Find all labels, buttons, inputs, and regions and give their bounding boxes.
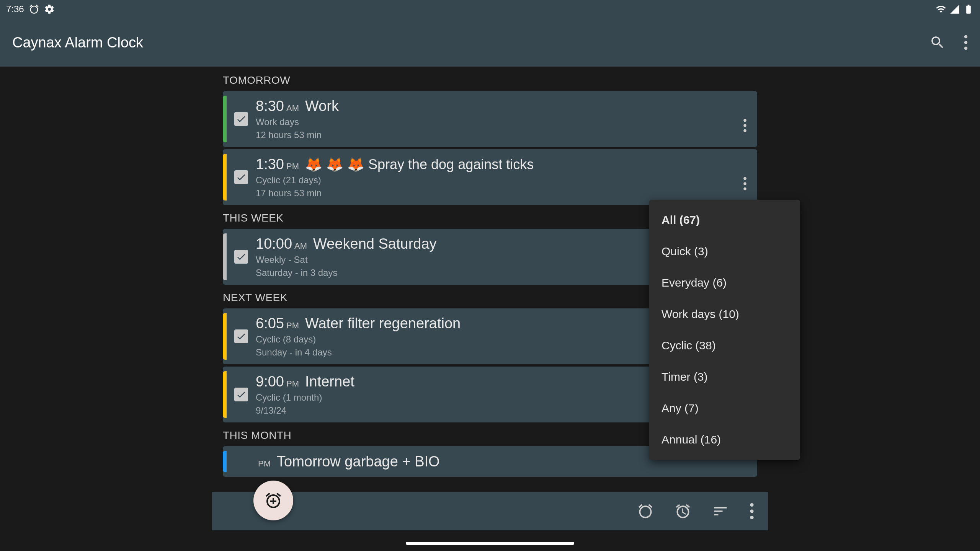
alarm-title: Tomorrow garbage + BIO	[277, 453, 440, 470]
alarm-time-suffix: PM	[286, 161, 299, 171]
alarm-title: Weekend Saturday	[313, 236, 437, 252]
stripe	[223, 233, 227, 280]
alarm-time: 6:05	[256, 315, 284, 332]
alarm-off-icon[interactable]	[637, 503, 654, 520]
signal-icon	[949, 4, 960, 15]
content: TOMORROW 8:30 AM Work Work days 12 hours…	[0, 67, 980, 551]
stripe	[223, 96, 227, 142]
alarm-meta: Cyclic (21 days)	[256, 175, 742, 186]
checkbox[interactable]	[234, 329, 248, 343]
wifi-icon	[936, 4, 946, 15]
status-bar: 7:36	[0, 0, 980, 18]
filter-item-cyclic[interactable]: Cyclic (38)	[649, 330, 800, 361]
bottom-bar	[212, 492, 768, 530]
alarm-time: 8:30	[256, 98, 284, 114]
alarm-meta: 17 hours 53 min	[256, 188, 742, 199]
alarm-time-suffix: AM	[294, 241, 307, 251]
add-alarm-fab[interactable]	[253, 481, 293, 520]
svg-point-20	[750, 516, 753, 519]
search-icon[interactable]	[929, 34, 946, 51]
alarm-time-suffix: PM	[286, 321, 299, 331]
svg-point-2	[964, 47, 967, 50]
card-more-icon[interactable]	[742, 177, 748, 191]
alarm-meta: Work days	[256, 117, 742, 127]
more-icon[interactable]	[964, 35, 968, 50]
alarm-time-suffix: PM	[286, 379, 299, 389]
filter-item-quick[interactable]: Quick (3)	[649, 236, 800, 267]
stripe	[223, 154, 227, 201]
alarm-time: 1:30	[256, 156, 284, 173]
svg-point-6	[743, 177, 746, 180]
alarm-card[interactable]: 8:30 AM Work Work days 12 hours 53 min	[223, 91, 757, 147]
alarm-card[interactable]: 1:30 PM 🦊 🦊 🦊 Spray the dog against tick…	[223, 149, 757, 205]
filter-item-timer[interactable]: Timer (3)	[649, 361, 800, 393]
filter-item-all[interactable]: All (67)	[649, 204, 800, 236]
svg-point-7	[743, 182, 746, 185]
filter-menu: All (67) Quick (3) Everyday (6) Work day…	[649, 200, 800, 460]
alarm-title: Water filter regeneration	[305, 315, 461, 332]
app-bar: Caynax Alarm Clock	[0, 18, 980, 67]
nav-handle[interactable]	[406, 542, 574, 545]
filter-item-annual[interactable]: Annual (16)	[649, 424, 800, 455]
filter-item-everyday[interactable]: Everyday (6)	[649, 267, 800, 298]
alarm-time: 9:00	[256, 373, 284, 390]
checkbox[interactable]	[234, 170, 248, 184]
app-title: Caynax Alarm Clock	[12, 34, 143, 51]
svg-point-1	[964, 41, 967, 44]
checkbox[interactable]	[234, 250, 248, 264]
alarm-on-icon[interactable]	[675, 503, 691, 520]
battery-icon	[963, 4, 974, 15]
alarm-title: 🦊 🦊 🦊 Spray the dog against ticks	[305, 156, 534, 173]
svg-point-8	[743, 187, 746, 191]
alarm-icon	[29, 4, 39, 15]
status-time: 7:36	[6, 4, 24, 15]
alarm-title: Internet	[305, 373, 354, 390]
stripe	[223, 451, 227, 472]
filter-item-any[interactable]: Any (7)	[649, 393, 800, 424]
filter-item-workdays[interactable]: Work days (10)	[649, 298, 800, 330]
alarm-time-suffix: PM	[258, 459, 271, 469]
checkbox[interactable]	[234, 112, 248, 126]
alarm-meta: 12 hours 53 min	[256, 130, 742, 140]
svg-point-18	[750, 503, 753, 507]
bottom-more-icon[interactable]	[750, 503, 754, 520]
checkbox[interactable]	[234, 388, 248, 401]
alarm-time: 10:00	[256, 236, 292, 252]
alarm-time-suffix: AM	[286, 103, 299, 113]
svg-point-19	[750, 509, 753, 513]
sort-icon[interactable]	[712, 503, 729, 520]
svg-point-4	[743, 124, 746, 127]
gear-icon	[44, 4, 55, 15]
svg-point-3	[743, 119, 746, 122]
alarm-title: Work	[305, 98, 339, 114]
stripe	[223, 313, 227, 360]
svg-point-0	[964, 35, 967, 38]
stripe	[223, 371, 227, 418]
card-more-icon[interactable]	[742, 119, 748, 132]
svg-point-5	[743, 129, 746, 132]
section-header: TOMORROW	[223, 70, 757, 91]
